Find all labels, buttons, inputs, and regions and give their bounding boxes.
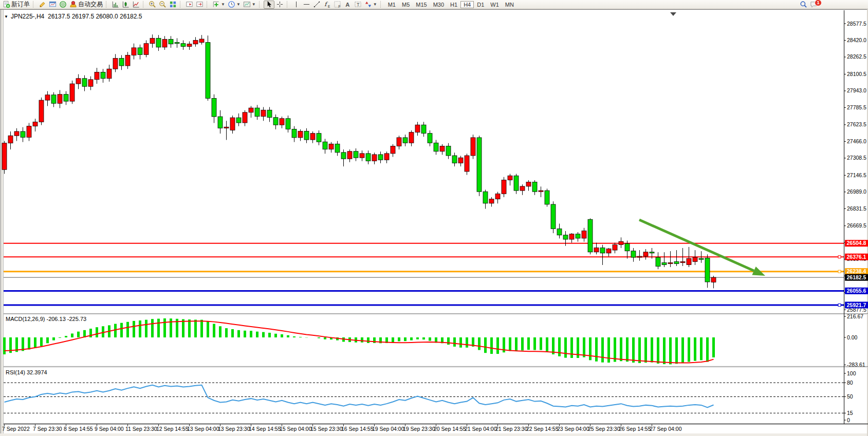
timeframe-mn[interactable]: MN — [502, 1, 517, 8]
auto-scroll-button[interactable] — [184, 1, 194, 9]
template-icon — [243, 1, 251, 8]
svg-text:27146.5: 27146.5 — [847, 172, 866, 178]
trendline-tool-button[interactable] — [312, 1, 322, 9]
svg-text:26669.5: 26669.5 — [847, 222, 866, 229]
horizontal-level-lines[interactable] — [4, 243, 844, 307]
new-order-button[interactable]: 新订单 — [2, 1, 31, 9]
vertical-line-tool-button[interactable] — [291, 1, 301, 9]
new-order-label: 新订单 — [11, 0, 30, 9]
svg-text:11 Sep 23:30: 11 Sep 23:30 — [125, 426, 157, 432]
crosshair-icon — [276, 1, 284, 8]
svg-text:13 Sep 23:30: 13 Sep 23:30 — [218, 426, 250, 432]
dropdown-caret-icon: ▼ — [252, 3, 256, 7]
tile-windows-button[interactable] — [168, 1, 178, 9]
svg-text:28577.5: 28577.5 — [847, 21, 866, 27]
equidistant-channel-tool-button[interactable]: fE — [322, 1, 332, 9]
svg-text:28420.0: 28420.0 — [847, 37, 866, 43]
chart-title: ▼JPN225-,H4 26137.5 26197.5 26080.0 2618… — [4, 13, 142, 20]
horizontal-line-tool-button[interactable] — [302, 1, 311, 9]
line-chart-icon — [132, 1, 140, 8]
zoom-out-button[interactable] — [158, 1, 168, 9]
text-icon: A — [344, 1, 352, 8]
text-label-icon: T — [354, 1, 362, 8]
svg-text:80: 80 — [847, 380, 853, 386]
rsi-indicator-label: RSI(14) 32.3974 — [6, 369, 47, 375]
chart-window[interactable]: 28577.528420.028262.528100.527943.027785… — [0, 9, 868, 436]
svg-text:50: 50 — [847, 393, 853, 400]
cursor-tool-button[interactable] — [264, 1, 274, 9]
svg-text:7 Sep 23:30: 7 Sep 23:30 — [33, 426, 62, 432]
svg-text:9 Sep 04:00: 9 Sep 04:00 — [95, 426, 124, 432]
line-chart-button[interactable] — [131, 1, 141, 9]
svg-text:19 Sep 04:00: 19 Sep 04:00 — [372, 426, 404, 432]
timeframe-h1[interactable]: H1 — [447, 1, 460, 8]
navigator-icon — [59, 1, 67, 8]
svg-text:0.00: 0.00 — [847, 334, 858, 340]
timeframe-m15[interactable]: M15 — [413, 1, 430, 8]
toolbar-grip — [259, 1, 262, 8]
svg-text:26055.6: 26055.6 — [847, 288, 866, 294]
timeframe-m5[interactable]: M5 — [399, 1, 413, 8]
chart-shift-marker — [670, 12, 676, 16]
svg-text:27 Sep 04:00: 27 Sep 04:00 — [650, 426, 682, 432]
toolbar-grip — [143, 1, 145, 8]
add-indicator-icon — [212, 1, 220, 8]
svg-text:15 Sep 23:30: 15 Sep 23:30 — [310, 426, 343, 432]
svg-text:27466.0: 27466.0 — [847, 138, 866, 144]
macd-indicator-label: MACD(12,26,9) -206.13 -225.73 — [6, 316, 86, 322]
periods-button[interactable]: ▼ — [227, 1, 242, 9]
autotrading-button[interactable]: 自动交易 — [68, 1, 104, 9]
macd-panel: 216.670.00-283.61 — [5, 313, 865, 368]
chevron-down-icon[interactable]: ▼ — [4, 14, 8, 19]
svg-text:-283.61: -283.61 — [847, 362, 865, 368]
svg-text:13 Sep 04:00: 13 Sep 04:00 — [187, 426, 219, 432]
svg-text:27623.5: 27623.5 — [847, 121, 866, 127]
timeframe-w1[interactable]: W1 — [487, 1, 502, 8]
candlestick-chart-icon — [122, 1, 130, 8]
zoom-in-icon — [149, 1, 156, 8]
notification-badge: 1 — [815, 0, 822, 6]
crosshair-tool-button[interactable] — [275, 1, 285, 9]
market-watch-button[interactable] — [48, 1, 58, 9]
navigator-button[interactable] — [58, 1, 68, 9]
text-label-tool-button[interactable]: T — [353, 1, 363, 9]
chart-frame — [0, 9, 868, 436]
timeframe-m1[interactable]: M1 — [385, 1, 399, 8]
chart-canvas[interactable]: 28577.528420.028262.528100.527943.027785… — [0, 9, 868, 436]
main-toolbar: 新订单 自动交易 ▼ ▼ — [0, 0, 868, 9]
autotrading-icon — [69, 1, 77, 8]
bar-chart-icon — [112, 1, 119, 8]
svg-text:7 Sep 2022: 7 Sep 2022 — [2, 426, 30, 432]
templates-button[interactable]: ▼ — [242, 1, 257, 9]
zoom-in-button[interactable] — [147, 1, 157, 9]
svg-text:E: E — [328, 5, 330, 8]
svg-text:15 Sep 04:00: 15 Sep 04:00 — [280, 426, 312, 432]
dropdown-caret-icon: ▼ — [373, 3, 377, 7]
svg-text:16 Sep 14:55: 16 Sep 14:55 — [341, 426, 374, 432]
bar-chart-button[interactable] — [110, 1, 120, 9]
svg-text:26 Sep 14:55: 26 Sep 14:55 — [619, 426, 651, 432]
time-axis[interactable]: 7 Sep 20227 Sep 23:308 Sep 14:559 Sep 04… — [2, 424, 682, 432]
arrows-tool-button[interactable]: ▼ — [363, 1, 378, 9]
svg-text:T: T — [357, 2, 359, 7]
svg-text:15: 15 — [847, 410, 853, 416]
toolbar-grip — [33, 1, 35, 8]
timeframe-m30[interactable]: M30 — [430, 1, 447, 8]
trendline-icon — [313, 1, 321, 8]
svg-text:100: 100 — [847, 370, 856, 376]
text-tool-button[interactable]: A — [343, 1, 353, 9]
toolbar-grip — [380, 1, 383, 8]
new-chart-button[interactable] — [38, 1, 47, 9]
timeframe-d1[interactable]: D1 — [474, 1, 487, 8]
fibonacci-tool-button[interactable]: F — [333, 1, 342, 9]
svg-text:27943.0: 27943.0 — [847, 87, 866, 93]
svg-text:12 Sep 14:55: 12 Sep 14:55 — [156, 426, 189, 432]
candlestick-chart-button[interactable] — [121, 1, 131, 9]
notifications-button[interactable]: 1 — [809, 1, 819, 9]
add-indicator-button[interactable]: ▼ — [211, 1, 226, 9]
price-tags: 26504.826376.126238.426055.625921.726182… — [845, 240, 868, 308]
chart-shift-button[interactable] — [195, 1, 205, 9]
search-button[interactable] — [799, 1, 808, 9]
timeframe-h4[interactable]: H4 — [460, 1, 474, 8]
svg-text:25921.7: 25921.7 — [847, 302, 866, 308]
